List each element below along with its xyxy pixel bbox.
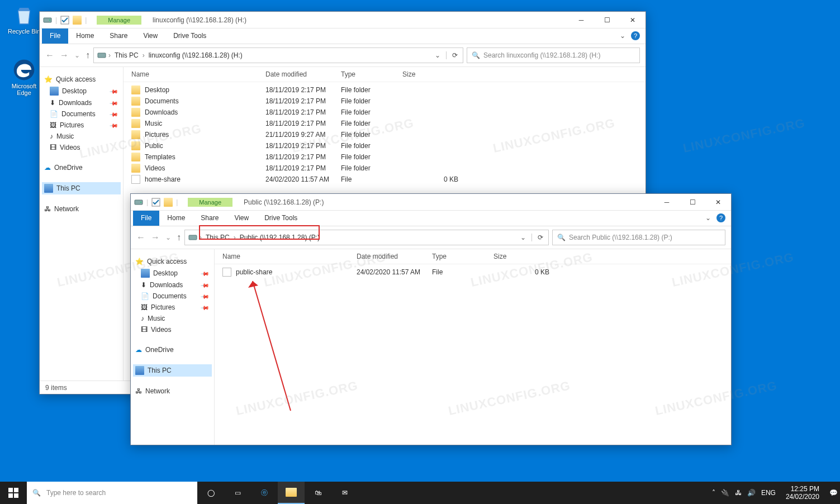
nav-pictures[interactable]: 🖼Pictures📌 bbox=[42, 120, 121, 131]
col-type[interactable]: Type bbox=[341, 70, 402, 78]
back-button[interactable]: ← bbox=[136, 232, 145, 243]
titlebar[interactable]: | | Manage Public (\\192.168.1.28) (P:) … bbox=[131, 194, 731, 211]
nav-quick-access[interactable]: ⭐Quick access bbox=[42, 74, 121, 85]
ribbon-tab-share[interactable]: Share bbox=[102, 28, 135, 44]
ribbon-collapse-icon[interactable]: ⌄ bbox=[614, 28, 631, 44]
nav-videos[interactable]: 🎞Videos bbox=[133, 324, 212, 335]
checkbox-icon[interactable] bbox=[60, 16, 69, 25]
tray-network-icon[interactable]: 🖧 bbox=[735, 489, 742, 497]
folder-icon[interactable] bbox=[73, 16, 82, 25]
file-row[interactable]: home-share24/02/2020 11:57 AMFile0 KB bbox=[124, 174, 646, 185]
col-name[interactable]: Name bbox=[222, 253, 357, 260]
ribbon-tab-view[interactable]: View bbox=[226, 211, 257, 226]
checkbox-icon[interactable] bbox=[151, 198, 160, 207]
nav-this-pc[interactable]: This PC bbox=[133, 364, 212, 377]
chevron-right-icon[interactable]: › bbox=[143, 51, 145, 59]
nav-desktop[interactable]: Desktop📌 bbox=[42, 85, 121, 97]
nav-network[interactable]: 🖧Network bbox=[42, 203, 121, 215]
taskbar-search[interactable]: 🔍 Type here to search bbox=[27, 482, 197, 504]
nav-videos[interactable]: 🎞Videos bbox=[42, 142, 121, 153]
col-size[interactable]: Size bbox=[493, 253, 549, 260]
ribbon-tab-view[interactable]: View bbox=[135, 28, 165, 44]
cortana-button[interactable]: ◯ bbox=[197, 482, 224, 504]
help-icon[interactable]: ? bbox=[631, 31, 640, 40]
ribbon-tab-file[interactable]: File bbox=[42, 28, 68, 44]
nav-onedrive[interactable]: ☁OneDrive bbox=[42, 162, 121, 173]
tray-overflow-icon[interactable]: ˄ bbox=[712, 489, 715, 497]
column-headers[interactable]: Name Date modified Type Size bbox=[124, 67, 646, 82]
file-row[interactable]: public-share24/02/2020 11:57 AMFile0 KB bbox=[215, 267, 731, 278]
tray-volume-icon[interactable]: 🔊 bbox=[747, 489, 756, 497]
minimize-button[interactable]: ─ bbox=[654, 194, 680, 210]
file-row[interactable]: Downloads18/11/2019 2:17 PMFile folder bbox=[124, 107, 646, 118]
history-dropdown-icon[interactable]: ⌄ bbox=[165, 234, 171, 241]
ribbon-tab-home[interactable]: Home bbox=[159, 211, 193, 226]
breadcrumb-item[interactable]: linuxconfig (\\192.168.1.28) (H:) bbox=[147, 51, 244, 59]
ribbon-collapse-icon[interactable]: ⌄ bbox=[700, 211, 716, 226]
address-bar[interactable]: › This PC › linuxconfig (\\192.168.1.28)… bbox=[93, 47, 463, 63]
file-row[interactable]: Templates18/11/2019 2:17 PMFile folder bbox=[124, 151, 646, 163]
nav-documents[interactable]: 📄Documents📌 bbox=[42, 108, 121, 120]
nav-downloads[interactable]: ⬇Downloads📌 bbox=[133, 279, 212, 291]
ribbon-tab-share[interactable]: Share bbox=[193, 211, 226, 226]
minimize-button[interactable]: ─ bbox=[568, 12, 594, 28]
nav-music[interactable]: ♪Music bbox=[133, 313, 212, 324]
taskbar-clock[interactable]: 12:25 PM 24/02/2020 bbox=[781, 483, 824, 503]
desktop-icon-edge[interactable]: Microsoft Edge bbox=[4, 58, 44, 96]
folder-icon[interactable] bbox=[164, 198, 173, 207]
ribbon-tab-file[interactable]: File bbox=[133, 211, 159, 226]
maximize-button[interactable]: ☐ bbox=[594, 12, 620, 28]
search-input[interactable]: 🔍 Search Public (\\192.168.1.28) (P:) bbox=[552, 230, 725, 245]
address-dropdown-icon[interactable]: ⌄ bbox=[520, 234, 526, 241]
help-icon[interactable]: ? bbox=[716, 213, 725, 222]
nav-quick-access[interactable]: ⭐Quick access bbox=[133, 256, 212, 267]
back-button[interactable]: ← bbox=[45, 50, 54, 60]
nav-documents[interactable]: 📄Documents📌 bbox=[133, 291, 212, 302]
col-date[interactable]: Date modified bbox=[265, 70, 341, 78]
refresh-button[interactable]: ⟳ bbox=[446, 51, 459, 59]
ribbon-tab-home[interactable]: Home bbox=[68, 28, 102, 44]
close-button[interactable]: ✕ bbox=[620, 12, 646, 28]
col-type[interactable]: Type bbox=[432, 253, 493, 260]
file-row[interactable]: Music18/11/2019 2:17 PMFile folder bbox=[124, 118, 646, 129]
up-button[interactable]: ↑ bbox=[86, 50, 90, 60]
column-headers[interactable]: Name Date modified Type Size bbox=[215, 249, 731, 264]
file-row[interactable]: Videos18/11/2019 2:17 PMFile folder bbox=[124, 163, 646, 174]
file-row[interactable]: Public18/11/2019 2:17 PMFile folder bbox=[124, 140, 646, 151]
tray-power-icon[interactable]: 🔌 bbox=[721, 489, 729, 497]
search-input[interactable]: 🔍 Search linuxconfig (\\192.168.1.28) (H… bbox=[467, 47, 640, 63]
file-row[interactable]: Pictures21/11/2019 9:27 AMFile folder bbox=[124, 129, 646, 140]
nav-network[interactable]: 🖧Network bbox=[133, 386, 212, 397]
taskbar-edge[interactable]: ⓔ bbox=[251, 482, 278, 504]
nav-music[interactable]: ♪Music bbox=[42, 131, 121, 142]
ribbon-tab-drivetools[interactable]: Drive Tools bbox=[165, 28, 214, 44]
taskbar-mail[interactable]: ✉ bbox=[331, 482, 358, 504]
taskbar-explorer[interactable] bbox=[278, 482, 305, 504]
titlebar[interactable]: | | Manage linuxconfig (\\192.168.1.28) … bbox=[40, 12, 646, 28]
nav-downloads[interactable]: ⬇Downloads📌 bbox=[42, 97, 121, 108]
tray-language[interactable]: ENG bbox=[761, 489, 776, 497]
address-dropdown-icon[interactable]: ⌄ bbox=[435, 51, 440, 59]
file-row[interactable]: Documents18/11/2019 2:17 PMFile folder bbox=[124, 96, 646, 107]
refresh-button[interactable]: ⟳ bbox=[531, 234, 545, 241]
col-size[interactable]: Size bbox=[402, 70, 458, 78]
nav-this-pc[interactable]: This PC bbox=[42, 182, 121, 194]
close-button[interactable]: ✕ bbox=[705, 194, 731, 210]
col-name[interactable]: Name bbox=[131, 70, 265, 78]
nav-onedrive[interactable]: ☁OneDrive bbox=[133, 344, 212, 355]
desktop-icon-recycle-bin[interactable]: Recycle Bin bbox=[4, 3, 44, 35]
col-date[interactable]: Date modified bbox=[357, 253, 432, 260]
chevron-right-icon[interactable]: › bbox=[108, 51, 111, 59]
maximize-button[interactable]: ☐ bbox=[680, 194, 705, 210]
breadcrumb-item[interactable]: This PC bbox=[113, 51, 140, 59]
taskbar-store[interactable]: 🛍 bbox=[305, 482, 331, 504]
ribbon-tab-drivetools[interactable]: Drive Tools bbox=[257, 211, 305, 226]
history-dropdown-icon[interactable]: ⌄ bbox=[74, 51, 80, 59]
start-button[interactable] bbox=[0, 482, 27, 504]
nav-desktop[interactable]: Desktop📌 bbox=[133, 267, 212, 279]
file-row[interactable]: Desktop18/11/2019 2:17 PMFile folder bbox=[124, 84, 646, 96]
task-view-button[interactable]: ▭ bbox=[224, 482, 251, 504]
up-button[interactable]: ↑ bbox=[177, 232, 181, 243]
nav-pictures[interactable]: 🖼Pictures📌 bbox=[133, 302, 212, 313]
action-center-icon[interactable]: 💬 bbox=[829, 489, 838, 497]
